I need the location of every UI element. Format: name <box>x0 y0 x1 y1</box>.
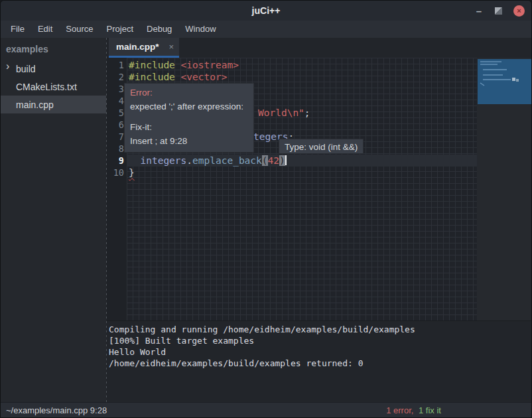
title-bar[interactable]: juCi++ – × <box>1 1 531 21</box>
code-token: 42 <box>268 155 279 166</box>
fixit-tooltip-title: Fix-it: <box>130 120 248 134</box>
code-token: #include <box>129 72 175 82</box>
close-button[interactable]: × <box>513 5 525 17</box>
status-file-location: ~/examples/main.cpp 9:28 <box>1 405 107 415</box>
line-number: 1 <box>107 59 127 71</box>
tree-item-main-cpp[interactable]: main.cpp <box>1 96 106 113</box>
console-line: /home/eidheim/examples/build/examples re… <box>109 358 531 369</box>
console-line: [100%] Built target examples <box>109 335 531 346</box>
code-line-2[interactable]: #include <vector> <box>127 71 477 83</box>
window-controls: – × <box>474 1 525 21</box>
text-cursor <box>285 155 287 165</box>
code-line-9[interactable]: integers.emplace_back(42) <box>127 155 477 167</box>
file-tree-sidebar: examples ›buildCMakeLists.txtmain.cpp <box>1 38 106 402</box>
code-token: ; <box>304 107 310 118</box>
menu-debug[interactable]: Debug <box>140 21 178 38</box>
error-tooltip: Error: expected ';' after expression: Fi… <box>124 83 254 153</box>
restore-icon[interactable] <box>495 7 502 15</box>
code-token: #include <box>129 60 175 70</box>
code-line-10[interactable]: } <box>127 167 477 178</box>
tab-close-icon[interactable]: × <box>168 42 174 52</box>
console-line: Compiling and running /home/eidheim/exam… <box>109 324 531 335</box>
code-token: ) <box>279 155 285 166</box>
code-token: ( <box>262 155 268 166</box>
code-token <box>175 60 181 70</box>
code-token <box>175 72 181 82</box>
tab-label: main.cpp* <box>116 42 159 52</box>
code-token: <iostream> <box>181 60 239 70</box>
menubar: FileEditSourceProjectDebugWindow <box>1 21 531 38</box>
code-token: integers <box>140 155 186 166</box>
tab-bar: main.cpp* × <box>107 38 531 58</box>
status-bar: ~/examples/main.cpp 9:28 1 error, 1 fix … <box>1 402 531 417</box>
tab-main-cpp[interactable]: main.cpp* × <box>109 38 179 58</box>
error-tooltip-message: expected ';' after expression: <box>130 100 248 113</box>
status-diagnostics: 1 error, 1 fix it <box>386 405 531 415</box>
status-fixit-count: 1 fix it <box>419 405 441 415</box>
type-tooltip: Type: void (int &&) <box>279 139 364 154</box>
file-tree: ›buildCMakeLists.txtmain.cpp <box>1 60 106 113</box>
window-title: juCi++ <box>252 5 281 16</box>
code-token: emplace_back <box>192 155 262 166</box>
app-window: juCi++ – × FileEditSourceProjectDebugWin… <box>0 0 532 418</box>
menu-file[interactable]: File <box>4 21 31 38</box>
menu-edit[interactable]: Edit <box>31 21 59 38</box>
code-token <box>129 155 140 166</box>
chevron-right-icon[interactable]: › <box>6 60 9 72</box>
menu-source[interactable]: Source <box>59 21 100 38</box>
minimap[interactable] <box>478 59 531 104</box>
tree-item-label: main.cpp <box>16 100 54 110</box>
project-name: examples <box>1 40 106 60</box>
console-line: Hello World <box>109 346 531 358</box>
code-line-1[interactable]: #include <iostream> <box>127 59 477 71</box>
error-tooltip-title: Error: <box>130 86 248 100</box>
output-console[interactable]: Compiling and running /home/eidheim/exam… <box>107 320 531 402</box>
tree-item-label: CMakeLists.txt <box>16 82 77 92</box>
tree-item-build[interactable]: ›build <box>1 60 106 78</box>
code-token: . <box>186 155 192 166</box>
menu-window[interactable]: Window <box>178 21 222 38</box>
minimize-button[interactable]: – <box>474 5 484 17</box>
code-editor[interactable]: 12345678910 #include <iostream>#include … <box>107 58 531 320</box>
tree-item-cmakelists-txt[interactable]: CMakeLists.txt <box>1 78 106 96</box>
main-area: examples ›buildCMakeLists.txtmain.cpp ma… <box>1 38 531 402</box>
tree-item-label: build <box>16 64 36 74</box>
code-token: World\n" <box>258 107 304 118</box>
code-token: <vector> <box>181 72 228 82</box>
line-number: 2 <box>107 71 127 83</box>
code-token: } <box>129 167 135 178</box>
fixit-tooltip-message: Insert ; at 9:28 <box>130 134 248 148</box>
menu-project[interactable]: Project <box>100 21 140 38</box>
line-number: 9 <box>107 155 127 167</box>
line-number: 10 <box>107 167 127 178</box>
status-error-count: 1 error, <box>386 405 413 415</box>
editor-pane: main.cpp* × 12345678910 #include <iostre… <box>107 38 531 402</box>
